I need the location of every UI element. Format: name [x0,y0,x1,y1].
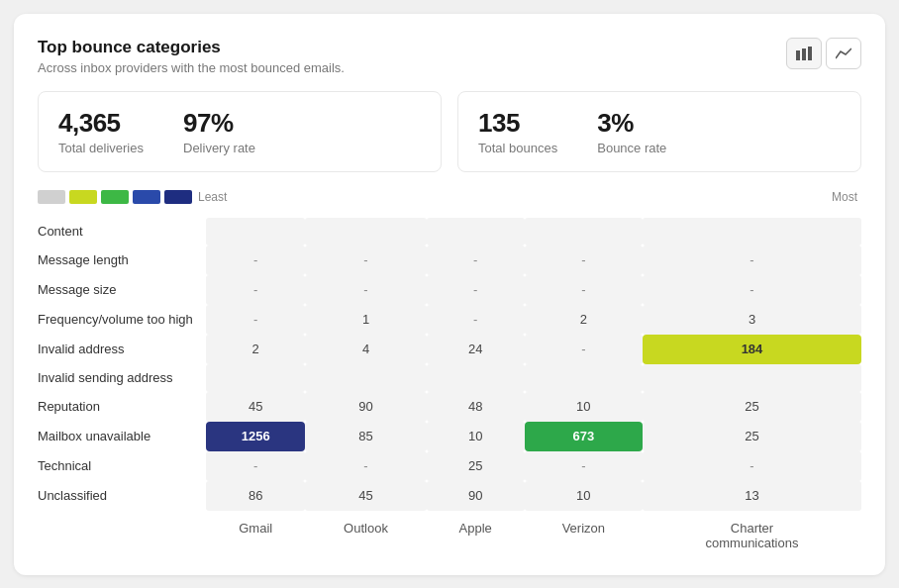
total-deliveries-label: Total deliveries [58,141,144,155]
column-header-0: Gmail [206,511,305,555]
data-cell: 13 [643,481,861,511]
column-headers-row: GmailOutlookAppleVerizonCharter communic… [38,511,861,555]
total-bounces-stat: 135 Total bounces [478,108,557,155]
row-label: Technical [38,451,206,481]
table-row: Unclassified8645901013 [38,481,861,511]
row-label: Frequency/volume too high [38,305,206,335]
table-row: Message length----- [38,245,861,275]
data-cell [525,218,643,245]
legend-color-2 [69,190,97,204]
bar-chart-toggle-button[interactable] [786,38,822,69]
deliveries-stat-card: 4,365 Total deliveries 97% Delivery rate [38,91,442,172]
data-cell: 25 [643,392,861,422]
data-cell: 10 [525,392,643,422]
bounces-stat-card: 135 Total bounces 3% Bounce rate [457,91,861,172]
data-cell: - [305,451,426,481]
table-row: Mailbox unavailable1256851067325 [38,422,861,451]
data-cell: - [643,275,861,305]
stats-row: 4,365 Total deliveries 97% Delivery rate… [38,91,861,172]
column-header-3: Verizon [525,511,643,555]
bounce-rate-label: Bounce rate [597,141,666,155]
data-cell [643,218,861,245]
data-cell: 1 [305,305,426,335]
data-cell: - [305,245,426,275]
svg-rect-0 [796,50,800,60]
data-cell: 10 [427,422,525,451]
data-cell: - [206,275,305,305]
data-cell [206,364,305,392]
row-label: Content [38,218,206,245]
data-cell: 45 [206,392,305,422]
table-row: Message size----- [38,275,861,305]
data-cell: 90 [427,481,525,511]
legend: Least Most [38,190,861,204]
table-row: Invalid address2424-184 [38,335,861,364]
data-cell: - [206,245,305,275]
data-cell: 2 [525,305,643,335]
delivery-rate-value: 97% [183,108,255,139]
data-cell [305,364,426,392]
data-cell: - [427,275,525,305]
data-cell: 90 [305,392,426,422]
data-cell: 24 [427,335,525,364]
card-title: Top bounce categories [38,38,345,57]
bounce-table: ContentMessage length-----Message size--… [38,218,861,555]
bounce-table-wrap: ContentMessage length-----Message size--… [38,218,861,555]
bounce-rate-value: 3% [597,108,666,139]
total-deliveries-value: 4,365 [58,108,144,139]
data-cell: 2 [206,335,305,364]
bounce-rate-stat: 3% Bounce rate [597,108,666,155]
row-label: Invalid address [38,335,206,364]
data-cell: - [525,245,643,275]
row-label: Unclassified [38,481,206,511]
data-cell: 85 [305,422,426,451]
row-label: Mailbox unavailable [38,422,206,451]
legend-color-4 [133,190,160,204]
data-cell: 1256 [206,422,305,451]
table-row: Invalid sending address [38,364,861,392]
data-cell [427,218,525,245]
delivery-rate-stat: 97% Delivery rate [183,108,255,155]
data-cell: 25 [643,422,861,451]
data-cell: - [427,245,525,275]
total-bounces-label: Total bounces [478,141,557,155]
chart-toggle-group [786,38,861,69]
delivery-rate-label: Delivery rate [183,141,255,155]
data-cell [206,218,305,245]
data-cell: - [525,275,643,305]
line-chart-toggle-button[interactable] [826,38,861,69]
data-cell: 48 [427,392,525,422]
table-row: Reputation4590481025 [38,392,861,422]
table-row: Frequency/volume too high-1-23 [38,305,861,335]
total-bounces-value: 135 [478,108,557,139]
data-cell: 3 [643,305,861,335]
legend-most-label: Most [832,190,857,204]
data-cell [427,364,525,392]
data-cell: 45 [305,481,426,511]
header-text: Top bounce categories Across inbox provi… [38,38,345,75]
data-cell: - [427,305,525,335]
total-deliveries-stat: 4,365 Total deliveries [58,108,144,155]
data-cell: 10 [525,481,643,511]
column-header-2: Apple [427,511,525,555]
svg-rect-1 [802,49,806,60]
data-cell: 4 [305,335,426,364]
data-cell: - [305,275,426,305]
column-header-4: Charter communications [643,511,861,555]
legend-color-5 [164,190,192,204]
data-cell [525,364,643,392]
row-label: Message size [38,275,206,305]
svg-rect-2 [808,47,812,60]
data-cell [305,218,426,245]
legend-color-3 [101,190,129,204]
table-row: Content [38,218,861,245]
data-cell [643,364,861,392]
legend-least-label: Least [198,190,227,204]
data-cell: - [206,451,305,481]
row-label: Reputation [38,392,206,422]
row-label: Invalid sending address [38,364,206,392]
data-cell: - [525,451,643,481]
card-subtitle: Across inbox providers with the most bou… [38,60,345,75]
row-label: Message length [38,245,206,275]
data-cell: - [643,451,861,481]
